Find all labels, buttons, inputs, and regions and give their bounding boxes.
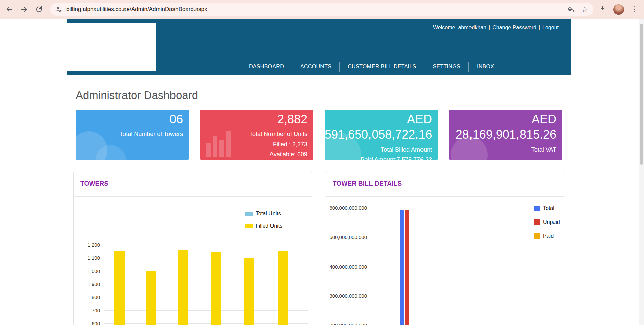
bar-unpaid <box>405 210 409 325</box>
y-axis-label: 600 <box>74 321 100 325</box>
gridline <box>104 245 308 245</box>
bills-panel: TOWER BILL DETAILS 600,000,000,000500,00… <box>326 171 564 325</box>
card-label: Paid Amount:7,578,776.23 <box>325 155 432 160</box>
site-settings-icon[interactable] <box>56 6 62 13</box>
legend-item-total: Total <box>534 205 560 211</box>
y-axis-label: 200,000,000,000 <box>326 322 367 325</box>
bar-filled-units <box>178 250 188 325</box>
nav-dashboard[interactable]: DASHBOARD <box>241 62 292 72</box>
browser-chrome: billing.alphautilities.co.ae/Admin/Admin… <box>0 0 644 19</box>
legend-swatch <box>534 219 540 225</box>
y-axis-label: 900 <box>74 281 100 287</box>
y-axis-label: 700 <box>74 308 100 313</box>
bar-filled-units <box>114 251 125 325</box>
y-axis-label: 800 <box>74 294 100 300</box>
download-icon[interactable] <box>599 5 607 14</box>
gridline <box>372 208 517 208</box>
page-scrollbar[interactable] <box>639 19 644 325</box>
gridline <box>104 310 308 311</box>
change-password-link[interactable]: Change Password <box>492 25 536 31</box>
legend-swatch <box>245 212 253 216</box>
legend-label: Unpaid <box>543 219 560 225</box>
card-value: AED <box>325 112 432 127</box>
reload-icon <box>35 6 43 13</box>
gridline <box>104 258 308 258</box>
y-axis-label: 1,000 <box>74 268 100 274</box>
separator: | <box>489 25 490 31</box>
legend-label: Paid <box>543 233 554 239</box>
card-total-towers: 06Total Number of Towers <box>76 110 189 160</box>
separator: | <box>539 25 540 31</box>
card-label: Filled : 2,273 <box>200 139 307 149</box>
card-labels: Total VAT <box>449 145 556 155</box>
bookmark-star-icon[interactable]: ☆ <box>581 6 588 13</box>
towers-chart: 1,2001,1001,000900800700600 <box>74 171 312 325</box>
gridline <box>104 297 308 297</box>
stat-cards: 06Total Number of Towers2,882Total Numbe… <box>76 110 562 160</box>
bills-legend: TotalUnpaidPaid <box>534 205 560 239</box>
card-labels: Total Number of Towers <box>76 129 183 139</box>
bar-filled-units <box>244 258 254 325</box>
chrome-right-icons: ⋮ <box>599 4 638 15</box>
legend-item-unpaid: Unpaid <box>534 219 560 225</box>
reload-button[interactable] <box>32 3 46 16</box>
nav-customer-bill-details[interactable]: CUSTOMER BILL DETAILS <box>340 62 425 72</box>
url-text[interactable]: billing.alphautilities.co.ae/Admin/Admin… <box>66 6 207 13</box>
bills-chart: 600,000,000,000500,000,000,000400,000,00… <box>326 171 564 325</box>
legend-label: Total Units <box>256 211 281 217</box>
bar-filled-units <box>146 271 156 325</box>
card-label: Total Billed Amount <box>325 145 432 155</box>
legend-item-paid: Paid <box>534 233 560 239</box>
bar-filled-units <box>278 251 288 325</box>
back-arrow-icon <box>5 5 13 13</box>
card-value: 591,650,058,722.16 <box>325 127 432 143</box>
site-header: Welcome, ahmedkhan | Change Password | L… <box>67 19 571 75</box>
legend-item-total-units: Total Units <box>245 211 282 217</box>
nav-inbox[interactable]: INBOX <box>469 62 502 72</box>
gridline <box>372 296 517 296</box>
towers-legend: Total UnitsFilled Units <box>245 211 282 229</box>
card-labels: Total Number of UnitsFilled : 2,273Avail… <box>200 129 307 159</box>
bar-total <box>400 210 404 325</box>
bar-filled-units <box>211 252 221 325</box>
passwords-key-icon[interactable] <box>568 6 575 13</box>
site-logo <box>67 23 156 71</box>
gridline <box>372 267 517 267</box>
forward-button[interactable] <box>17 3 31 16</box>
towers-panel: TOWERS 1,2001,1001,000900800700600 Total… <box>73 171 312 325</box>
logout-link[interactable]: Logout <box>542 25 559 31</box>
card-value: 2,882 <box>200 112 307 127</box>
welcome-text: Welcome, ahmedkhan <box>433 25 486 31</box>
legend-item-filled-units: Filled Units <box>245 223 282 229</box>
browser-menu-icon[interactable]: ⋮ <box>631 6 638 13</box>
y-axis-label: 400,000,000,000 <box>326 263 367 269</box>
y-axis-label: 600,000,000,000 <box>326 205 367 211</box>
scrollbar-thumb[interactable] <box>640 24 643 165</box>
gridline <box>372 237 517 237</box>
nav-settings[interactable]: SETTINGS <box>425 62 469 72</box>
welcome-bar: Welcome, ahmedkhan | Change Password | L… <box>433 25 559 31</box>
page-title: Administrator Dashboard <box>76 89 198 102</box>
nav-accounts[interactable]: ACCOUNTS <box>292 62 340 72</box>
card-total-units: 2,882Total Number of UnitsFilled : 2,273… <box>200 110 313 160</box>
legend-label: Total <box>543 205 554 211</box>
profile-avatar[interactable] <box>613 4 624 15</box>
y-axis-label: 1,200 <box>74 242 100 248</box>
back-button[interactable] <box>3 3 16 16</box>
url-bar[interactable]: billing.alphautilities.co.ae/Admin/Admin… <box>50 3 593 16</box>
card-value: 06 <box>76 112 183 127</box>
gridline <box>104 323 308 324</box>
forward-arrow-icon <box>20 5 28 13</box>
card-value: 28,169,901,815.26 <box>449 127 556 143</box>
legend-swatch <box>534 233 540 239</box>
gridline <box>104 284 308 284</box>
card-label: Available: 609 <box>200 149 307 159</box>
main-nav: DASHBOARDACCOUNTSCUSTOMER BILL DETAILSSE… <box>241 62 502 72</box>
card-label: Total VAT <box>449 145 556 155</box>
card-total-billed-amount: AED591,650,058,722.16Total Billed Amount… <box>325 110 438 160</box>
card-value: AED <box>449 112 556 127</box>
screenshot-root: billing.alphautilities.co.ae/Admin/Admin… <box>0 0 644 325</box>
gridline <box>104 271 308 271</box>
card-total-vat: AED28,169,901,815.26Total VAT <box>449 110 562 160</box>
y-axis-label: 1,100 <box>74 255 100 261</box>
